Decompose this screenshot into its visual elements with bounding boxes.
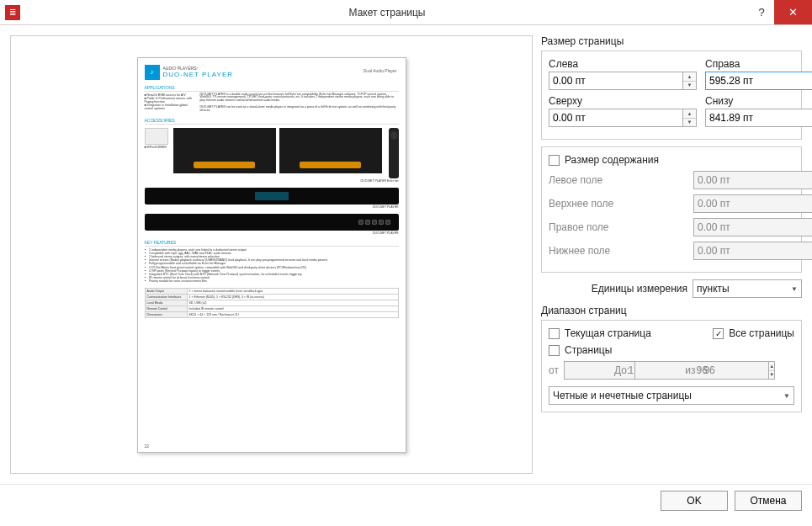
feature-item: Priority module for voice announcement f… bbox=[145, 279, 399, 283]
to-label: До: bbox=[614, 364, 629, 376]
top-margin-spinner: ▲▼ bbox=[693, 194, 794, 213]
page-size-group: Размер страницы Слева ▲▼ Справа bbox=[541, 35, 802, 140]
table-cell: Remote Control bbox=[145, 306, 187, 312]
top-spinner[interactable]: ▲▼ bbox=[549, 109, 697, 127]
window-controls: ? ✕ bbox=[749, 0, 812, 24]
from-label: от bbox=[549, 364, 559, 376]
page-range-box: Текущая страница ✓ Все страницы Страницы… bbox=[541, 320, 802, 412]
remote-thumb bbox=[389, 128, 399, 178]
content-size-checkbox[interactable] bbox=[549, 155, 560, 166]
bottom-spinner[interactable]: ▲▼ bbox=[705, 109, 812, 127]
table-cell: Communication Interfaces bbox=[145, 295, 187, 300]
current-page-label: Текущая страница bbox=[565, 327, 651, 339]
preview-pane: Dual Audio Player ♪ AUDIO PLAYERS/ DUO-N… bbox=[10, 35, 533, 474]
chevron-down-icon: ▼ bbox=[791, 285, 798, 293]
pages-label: Страницы bbox=[565, 344, 612, 356]
left-spinner[interactable]: ▲▼ bbox=[549, 72, 697, 90]
chevron-up-icon: ▲ bbox=[769, 362, 774, 371]
applications-paragraph: DUO-NET PLAYER is a double audio sound s… bbox=[200, 93, 399, 113]
connector-icon bbox=[358, 220, 364, 225]
accessories-left: ■ WPmSCREEN bbox=[145, 128, 168, 149]
cancel-button[interactable]: Отмена bbox=[735, 491, 802, 511]
all-pages-checkbox[interactable]: ✓ bbox=[713, 328, 724, 339]
chevron-down-icon: ▼ bbox=[769, 371, 774, 380]
ok-button[interactable]: OK bbox=[661, 491, 728, 511]
window-title: Макет страницы bbox=[25, 7, 749, 19]
right-margin-label: Правое поле bbox=[549, 221, 608, 233]
left-margin-label: Левое поле bbox=[549, 174, 602, 186]
chevron-down-icon[interactable]: ▼ bbox=[683, 82, 696, 90]
current-page-checkbox[interactable] bbox=[549, 328, 560, 339]
of-label: из : 96 bbox=[685, 364, 715, 376]
left-input[interactable] bbox=[549, 72, 683, 90]
table-row: Dimensions482,6 × 44 × 120 mm / Rackmoun… bbox=[145, 312, 398, 318]
spinner-arrows: ▲▼ bbox=[769, 361, 775, 380]
section-accessories: ACCESSORIES bbox=[145, 118, 399, 125]
units-label: Единицы измерения bbox=[592, 283, 687, 295]
content-size-box: Размер содержания Левое поле ▲▼ Верхнее … bbox=[541, 146, 802, 273]
connector-icon bbox=[385, 220, 390, 225]
content-size-label: Размер содержания bbox=[565, 154, 659, 166]
pages-checkbox[interactable] bbox=[549, 345, 560, 356]
help-button[interactable]: ? bbox=[749, 0, 774, 24]
table-row: Audio Output2 × stereo balanced, mono/va… bbox=[145, 289, 398, 295]
table-row: Local MediaSD, USB (x2) bbox=[145, 300, 398, 306]
parity-value: Четные и нечетные страницы bbox=[553, 390, 692, 401]
applications-row: ■ Retail & BGM sources for A/V ■ Public … bbox=[145, 93, 399, 113]
chevron-down-icon[interactable]: ▼ bbox=[683, 119, 696, 127]
table-cell: 2 × stereo balanced, mono/variable level… bbox=[187, 289, 398, 295]
top-margin-label: Верхнее поле bbox=[549, 198, 613, 210]
preview-header: ♪ AUDIO PLAYERS/ DUO-NET PLAYER bbox=[145, 65, 399, 80]
top-label: Сверху bbox=[549, 95, 697, 107]
chevron-up-icon[interactable]: ▲ bbox=[683, 109, 696, 119]
table-cell: 1 × Ethernet (RJ45), 1 × RS-232 (DB9), 4… bbox=[187, 295, 398, 300]
spinner-arrows[interactable]: ▲▼ bbox=[683, 109, 697, 127]
right-input[interactable] bbox=[705, 72, 812, 90]
units-combo[interactable]: пункты ▼ bbox=[693, 279, 802, 298]
accessory-screens bbox=[173, 128, 382, 173]
connector-icon bbox=[365, 220, 370, 225]
applications-bullets: ■ Retail & BGM sources for A/V ■ Public … bbox=[145, 93, 195, 113]
from-spinner: ▲▼ bbox=[564, 361, 609, 380]
section-features: KEY FEATURES bbox=[145, 240, 399, 247]
bottom-margin-input bbox=[693, 242, 812, 260]
all-pages-label: Все страницы bbox=[729, 327, 794, 339]
caption-1: DUO-NET PLAYER Ecler'net bbox=[145, 179, 399, 183]
screen-thumb bbox=[279, 128, 382, 173]
app-icon: ≣ bbox=[5, 5, 20, 20]
right-margin-input bbox=[693, 218, 812, 236]
close-button[interactable]: ✕ bbox=[774, 0, 812, 24]
window-body: Dual Audio Player ♪ AUDIO PLAYERS/ DUO-N… bbox=[0, 25, 812, 484]
parity-combo[interactable]: Четные и нечетные страницы ▼ bbox=[549, 386, 794, 405]
table-row: Remote ControlIncluded IR remote control bbox=[145, 306, 398, 312]
page-number: 22 bbox=[145, 444, 150, 449]
page-size-title: Размер страницы bbox=[541, 35, 802, 47]
dialog-footer: OK Отмена bbox=[0, 484, 812, 516]
caption-2: DUO-NET PLAYER bbox=[145, 205, 399, 209]
to-spinner: ▲▼ bbox=[634, 361, 680, 380]
preview-title: DUO-NET PLAYER bbox=[163, 71, 234, 78]
right-label: Справа bbox=[705, 58, 812, 70]
left-margin-spinner: ▲▼ bbox=[693, 171, 794, 189]
top-input[interactable] bbox=[549, 109, 683, 127]
bottom-input[interactable] bbox=[705, 109, 812, 127]
spinner-arrows[interactable]: ▲▼ bbox=[683, 72, 697, 90]
table-row: Communication Interfaces1 × Ethernet (RJ… bbox=[145, 295, 398, 300]
top-margin-input bbox=[693, 194, 812, 213]
accessory-model: ■ WPmSCREEN bbox=[145, 146, 168, 149]
chevron-down-icon: ▼ bbox=[783, 392, 790, 400]
right-spinner[interactable]: ▲▼ bbox=[705, 72, 812, 90]
spec-table: Audio Output2 × stereo balanced, mono/va… bbox=[145, 288, 399, 318]
table-cell: SD, USB (x2) bbox=[187, 300, 398, 306]
accessory-thumb bbox=[145, 128, 168, 145]
rack-front bbox=[145, 188, 399, 205]
connector-icon bbox=[372, 220, 377, 225]
features-list: 2 independent media players, each one li… bbox=[145, 248, 399, 284]
chevron-up-icon[interactable]: ▲ bbox=[683, 72, 696, 82]
speaker-icon: ♪ bbox=[145, 65, 160, 80]
page-range-title: Диапазон страниц bbox=[541, 305, 802, 316]
table-cell: Included IR remote control bbox=[187, 306, 398, 312]
page-range-group: Диапазон страниц Текущая страница ✓ Все … bbox=[541, 305, 802, 412]
screen-thumb bbox=[173, 128, 276, 173]
bottom-label: Снизу bbox=[705, 95, 812, 107]
